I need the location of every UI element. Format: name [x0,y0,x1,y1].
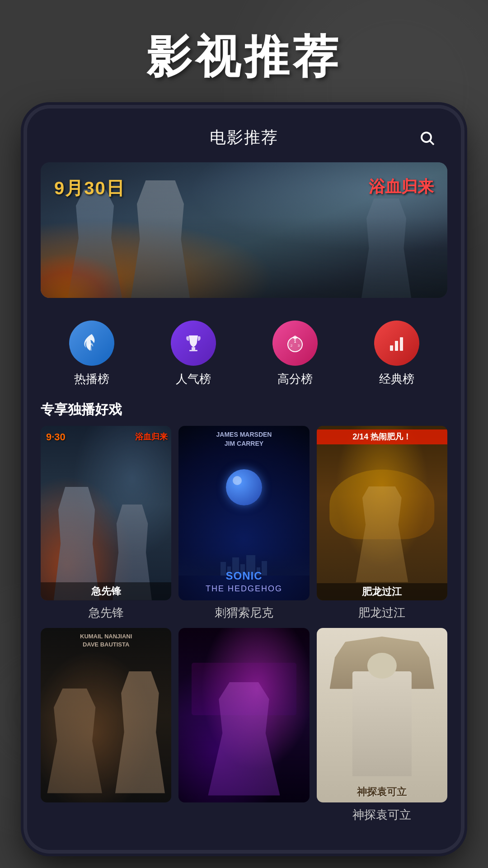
chart-icon [385,332,408,354]
app-header: 电影推荐 [27,108,461,158]
category-popular-label: 人气榜 [176,371,211,387]
category-classic-label: 经典榜 [379,371,414,387]
category-score-icon: 1 2 3 [272,321,318,366]
poster-3-title-bar: 肥龙过江 [317,583,447,600]
category-list: 热播榜 人气榜 [27,311,461,392]
movie-poster-1: 9·30 浴血归来 急先锋 [41,426,171,600]
category-hot[interactable]: 热播榜 [69,321,114,387]
category-popular[interactable]: 人气榜 [171,321,216,387]
poster-4-figure-2 [115,671,165,793]
page-title: 影视推荐 [0,27,488,88]
movie-poster-6: 神探袁可立 [317,628,447,802]
banner-subtitle: 浴血归来 [369,176,434,198]
phone-frame: 电影推荐 [27,108,461,850]
poster-1-title-bar: 急先锋 [41,582,171,600]
poster-6-title-text: 神探袁可立 [317,785,447,799]
svg-rect-8 [390,345,393,351]
app-header-title: 电影推荐 [210,127,278,149]
poster-4-figure-1 [47,689,102,793]
poster-4-actors: KUMAIL NANJIANI DAVE BAUTISTA [41,632,171,649]
svg-rect-10 [400,337,403,351]
movie-item-4[interactable]: KUMAIL NANJIANI DAVE BAUTISTA [41,628,171,823]
svg-rect-2 [192,347,195,350]
movie-item-5[interactable] [178,628,309,823]
category-popular-icon [171,321,216,366]
movie-title-6: 神探袁可立 [352,807,411,823]
svg-point-0 [422,132,431,142]
movie-poster-5 [178,628,309,802]
search-button[interactable] [416,127,438,149]
svg-line-1 [430,141,434,145]
svg-rect-9 [395,341,398,351]
poster-3-title-text: 肥龙过江 [362,585,402,599]
movie-item-1[interactable]: 9·30 浴血归来 急先锋 急先锋 [41,426,171,621]
movie-title-2: 刺猬索尼克 [215,605,273,621]
poster-6-head [367,653,397,679]
category-hot-icon [69,321,114,366]
movie-poster-2: JAMES MARSDEN JIM CARREY [178,426,309,600]
category-score-label: 高分榜 [277,371,313,387]
category-hot-label: 热播榜 [74,371,109,387]
movie-title-3: 肥龙过江 [358,605,405,621]
poster-1-subtitle: 浴血归来 [135,431,168,442]
category-classic-icon [374,321,419,366]
poster-2-hedgehog-text: THE HEDGEHOG [178,584,309,594]
trophy-icon [182,332,205,354]
banner-date: 9月30日 [54,176,125,201]
search-icon [419,130,435,146]
category-classic[interactable]: 经典榜 [374,321,419,387]
movie-title-1: 急先锋 [89,605,124,621]
section-title: 专享独播好戏 [27,392,461,426]
app-content: 电影推荐 [27,108,461,850]
movie-poster-3: 2/14 热闹肥凡！ 肥龙过江 [317,426,447,600]
medal-icon: 1 2 3 [284,332,306,354]
movie-item-2[interactable]: JAMES MARSDEN JIM CARREY [178,426,309,621]
svg-text:2: 2 [290,344,292,348]
movie-grid: 9·30 浴血归来 急先锋 急先锋 JAMES MARSDE [27,426,461,823]
movie-item-3[interactable]: 2/14 热闹肥凡！ 肥龙过江 肥龙过江 [317,426,447,621]
movie-poster-4: KUMAIL NANJIANI DAVE BAUTISTA [41,628,171,802]
poster-2-sonic-text: SONIC [178,570,309,582]
poster-1-date: 9·30 [46,431,66,443]
poster-2-actors: JAMES MARSDEN JIM CARREY [178,430,309,448]
svg-text:3: 3 [297,344,300,348]
poster-6-body [352,671,411,776]
page-title-area: 影视推荐 [0,27,488,88]
flame-icon [80,332,103,354]
poster-3-badge: 2/14 热闹肥凡！ [317,429,447,444]
sonic-character [226,469,262,505]
movie-item-6[interactable]: 神探袁可立 神探袁可立 [317,628,447,823]
featured-banner[interactable]: 9月30日 浴血归来 [41,162,447,298]
poster-1-title-text: 急先锋 [91,585,121,598]
category-score[interactable]: 1 2 3 高分榜 [272,321,318,387]
svg-rect-3 [189,350,197,351]
